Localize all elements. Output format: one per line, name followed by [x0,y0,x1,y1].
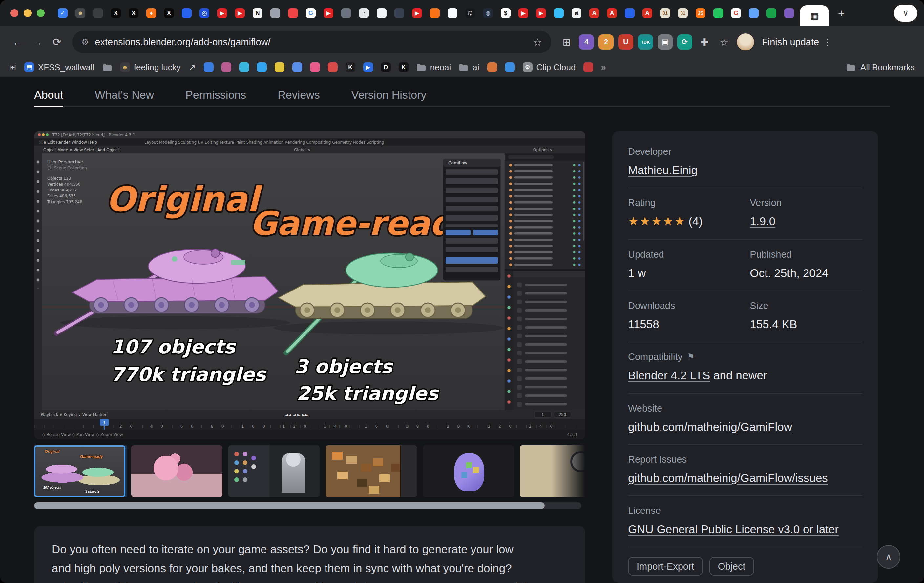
browser-tab[interactable]: ▶ [231,3,249,23]
browser-tab[interactable]: JS [692,3,710,23]
browser-tab[interactable]: ⌬ [461,3,479,23]
browser-tab[interactable]: ▶ [213,3,231,23]
browser-tab[interactable] [550,3,568,23]
thumbnail-3[interactable] [228,445,320,497]
bookmark-item[interactable] [292,62,302,72]
address-bar[interactable]: ⚙ extensions.blender.org/add-ons/gamiflo… [72,31,551,53]
browser-tab[interactable]: G [302,3,320,23]
website-link[interactable]: github.com/matheinig/GamiFlow [628,420,792,433]
browser-tab[interactable]: A [639,3,656,23]
bookmark-item[interactable] [310,62,320,72]
browser-tab[interactable]: ▶ [320,3,337,23]
browser-tab[interactable]: ♦ [142,3,160,23]
tab-permissions[interactable]: Permissions [185,89,246,106]
refresh-ext-icon[interactable]: ⟳ [677,35,692,49]
bookmark-item[interactable] [487,62,497,72]
profile-avatar[interactable] [737,33,754,51]
tag-import-export[interactable]: Import-Export [628,557,703,576]
bookmark-item[interactable] [328,62,338,72]
bookmark-item[interactable] [204,62,214,72]
apps-grid-icon[interactable]: ⊞ [9,62,16,72]
scrollbar-thumb[interactable] [34,502,544,509]
browser-tab[interactable] [373,3,391,23]
browser-tab[interactable]: X [125,3,142,23]
browser-menu-icon[interactable]: ⋮ [822,37,833,48]
browser-tab[interactable]: ▶ [408,3,426,23]
compatibility-link[interactable]: Blender 4.2 LTS [628,369,710,382]
tab-search-chevron[interactable]: ∨ [894,5,917,21]
bookmarks-overflow-chevron[interactable]: » [601,62,606,72]
zoom-button[interactable] [37,9,45,17]
bookmark-star-icon[interactable]: ☆ [533,36,542,48]
tab-reviews[interactable]: Reviews [277,89,320,106]
browser-tab[interactable] [89,3,107,23]
ext-badge-purple[interactable]: 4 [579,35,594,49]
browser-tab[interactable] [266,3,284,23]
tab-whats-new[interactable]: What's New [95,89,154,106]
new-tab-button[interactable]: + [833,5,850,21]
screenshot-tool-icon[interactable]: ▣ [658,35,673,49]
license-link[interactable]: GNU General Public License v3.0 or later [628,523,839,535]
developer-link[interactable]: Mathieu.Einig [628,164,698,176]
browser-tab[interactable] [178,3,196,23]
finish-update-button[interactable]: Finish update [762,37,819,48]
bookmark-item[interactable] [275,62,284,72]
browser-tab[interactable] [284,3,302,23]
browser-tab[interactable]: ▶ [515,3,532,23]
bookmark-item[interactable]: K [399,62,409,72]
close-button[interactable] [10,9,18,17]
browser-tab[interactable] [426,3,444,23]
bookmark-item[interactable]: K [345,62,355,72]
browser-tab[interactable]: X [160,3,178,23]
thumbnail-2[interactable] [131,445,223,497]
bookmark-clip-cloud[interactable]: ⚙Clip Cloud [523,62,576,72]
browser-tab[interactable] [337,3,355,23]
browser-tab[interactable]: ✓ [54,3,71,23]
browser-tab[interactable] [391,3,408,23]
hero-image[interactable]: T72 [D:\Art\t72\T72.blend] - Blender 4.3… [34,131,586,440]
browser-tab[interactable]: ▶ [532,3,550,23]
bookmark-item[interactable]: ▶ [363,62,373,72]
version-link[interactable]: 1.9.0 [750,215,776,227]
bookmark-share-icon[interactable]: ↗ [189,62,196,72]
thumbnail-1[interactable]: Original Game-ready 107 objects 3 object… [34,445,125,497]
extensions-puzzle-icon[interactable]: ✚ [697,35,712,49]
tab-about[interactable]: About [34,89,63,107]
scroll-to-top-button[interactable]: ∧ [877,545,900,568]
reading-list-icon[interactable]: ☆ [717,35,732,49]
browser-tab[interactable]: A [603,3,621,23]
bookmark-feeling-lucky[interactable]: ☻feeling lucky [120,62,181,72]
browser-tab[interactable]: ☻ [71,3,89,23]
browser-tab[interactable] [780,3,798,23]
browser-tab[interactable]: X [107,3,125,23]
all-bookmarks[interactable]: All Bookmarks [846,62,915,72]
bookmark-folder-neoai[interactable]: neoai [416,62,451,72]
bookmark-item[interactable] [221,62,231,72]
site-settings-icon[interactable]: ⚙ [81,37,89,47]
browser-tab[interactable]: $ [497,3,515,23]
browser-tab[interactable]: ai [568,3,586,23]
bookmark-item[interactable] [257,62,267,72]
thumbnail-scrollbar[interactable] [34,502,581,509]
url-text[interactable]: extensions.blender.org/add-ons/gamiflow/ [95,37,527,48]
bookmark-item[interactable] [583,62,593,72]
bookmark-folder[interactable] [102,63,112,71]
reload-button[interactable]: ⟳ [47,32,67,52]
browser-tab[interactable] [762,3,780,23]
browser-tab[interactable]: 31 [656,3,674,23]
browser-tab[interactable]: ◍ [479,3,497,23]
browser-tab[interactable]: G [727,3,745,23]
tdk-icon[interactable]: TDK [638,35,653,49]
thumbnail-5[interactable] [422,445,514,497]
issues-link[interactable]: github.com/matheinig/GamiFlow/issues [628,471,828,484]
browser-tab[interactable] [710,3,727,23]
browser-tab[interactable] [621,3,639,23]
bookmark-item[interactable]: D [381,62,391,72]
browser-tab[interactable]: ◔ [355,3,373,23]
browser-tab[interactable] [745,3,762,23]
tab-version-history[interactable]: Version History [351,89,427,106]
active-tab[interactable]: ▦ [800,5,829,26]
thumbnail-4[interactable] [325,445,417,497]
bookmark-xfss-wallwall[interactable]: ▤XFSS_wallwall [24,62,94,72]
forward-button[interactable]: → [28,32,47,52]
